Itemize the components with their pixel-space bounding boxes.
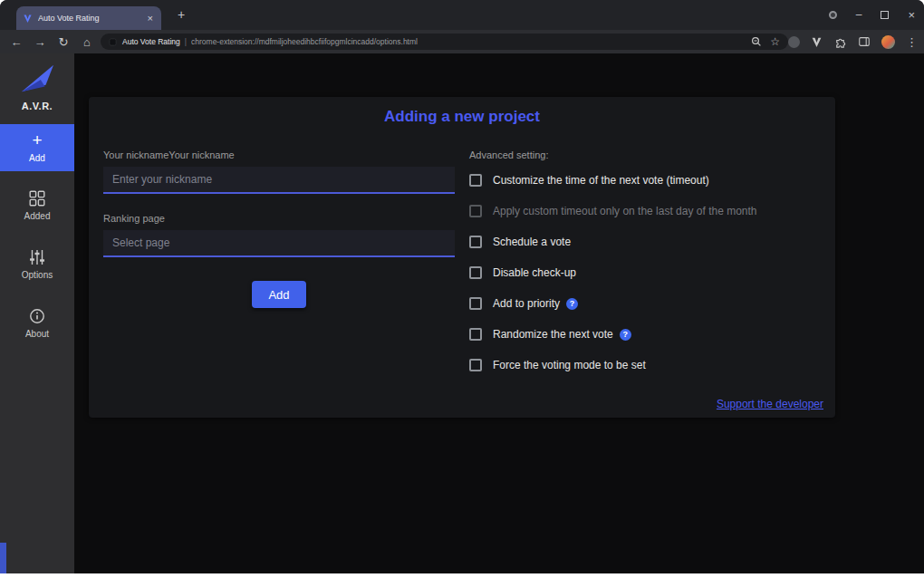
profile-avatar[interactable]	[881, 35, 895, 49]
ranking-page-input[interactable]	[103, 230, 455, 257]
option-row-disable-checkup: Disable check-up	[469, 266, 821, 279]
sidebar-item-label: Options	[22, 270, 53, 280]
priority-help-icon[interactable]: ?	[566, 298, 578, 310]
ranking-page-label: Ranking page	[103, 213, 455, 224]
support-developer-link[interactable]: Support the developer	[717, 398, 823, 410]
avr-logo-icon	[16, 62, 58, 96]
advanced-heading: Advanced setting:	[469, 149, 821, 160]
add-project-card: Adding a new project Your nicknameYour n…	[89, 97, 835, 418]
nickname-label: Your nicknameYour nickname	[103, 149, 455, 160]
logo-text: A.V.R.	[22, 101, 53, 111]
new-tab-button[interactable]: +	[174, 7, 188, 22]
option-label: Disable check-up	[493, 266, 576, 279]
back-icon[interactable]: ←	[10, 35, 23, 49]
option-label: Schedule a vote	[493, 236, 571, 248]
avr-favicon-icon	[23, 14, 33, 24]
tab-title: Auto Vote Rating	[38, 14, 146, 23]
randomize-checkbox[interactable]	[469, 328, 482, 341]
form-columns: Your nicknameYour nickname Ranking page …	[89, 139, 835, 371]
avr-toolbar-icon[interactable]	[811, 36, 823, 48]
info-icon	[29, 308, 45, 324]
side-panel-icon[interactable]	[858, 35, 871, 48]
last-day-checkbox[interactable]	[469, 205, 482, 217]
add-icon: +	[32, 132, 42, 149]
tab-close-icon[interactable]: ×	[146, 13, 155, 24]
sliders-icon	[29, 249, 45, 265]
sidebar-item-label: Add	[29, 153, 45, 163]
bookmark-star-icon[interactable]: ☆	[770, 35, 780, 48]
reload-icon[interactable]: ↻	[57, 35, 70, 49]
option-label: Randomize the next vote	[493, 328, 613, 341]
project-form: Your nicknameYour nickname Ranking page …	[103, 139, 455, 371]
sidebar-item-about[interactable]: About	[0, 298, 74, 348]
page-title: Adding a new project	[89, 108, 835, 126]
timeout-checkbox[interactable]	[469, 174, 482, 187]
extension-page-icon	[109, 38, 117, 46]
option-row-schedule: Schedule a vote	[469, 236, 821, 248]
schedule-checkbox[interactable]	[469, 236, 482, 248]
browser-menu-icon[interactable]: ⋮	[906, 35, 918, 49]
sidebar-item-options[interactable]: Options	[0, 239, 74, 289]
sidebar: A.V.R. + Add Added	[0, 53, 74, 573]
extension-badge-icon[interactable]	[788, 36, 800, 48]
nickname-input[interactable]	[103, 167, 455, 194]
toolbar-right: ⋮	[788, 35, 924, 49]
corner-accent-bar	[0, 543, 6, 573]
sidebar-item-label: About	[25, 329, 49, 339]
option-row-force-mode: Force the voting mode to be set	[469, 359, 821, 371]
extension-name-text: Auto Vote Rating	[122, 37, 180, 46]
sidebar-item-added[interactable]: Added	[0, 180, 74, 230]
force-mode-checkbox[interactable]	[469, 359, 482, 371]
option-row-last-day: Apply custom timeout only on the last da…	[469, 205, 821, 217]
option-label: Add to priority	[493, 297, 560, 310]
browser-toolbar: ← → ↻ ⌂ Auto Vote Rating | chrome-extens…	[0, 30, 924, 53]
minimize-button[interactable]: –	[856, 8, 862, 21]
status-circle-icon[interactable]	[829, 11, 837, 19]
address-bar[interactable]: Auto Vote Rating | chrome-extension://md…	[101, 34, 788, 50]
randomize-help-icon[interactable]: ?	[620, 329, 631, 341]
home-icon[interactable]: ⌂	[81, 35, 93, 49]
extension-page: A.V.R. + Add Added	[0, 53, 924, 573]
extensions-puzzle-icon[interactable]	[833, 35, 847, 49]
browser-window: Auto Vote Rating × + – × ← → ↻ ⌂ Auto Vo…	[0, 0, 924, 573]
option-label: Customize the time of the next vote (tim…	[493, 174, 709, 187]
window-controls: – ×	[829, 0, 915, 29]
zoom-icon[interactable]	[751, 36, 762, 47]
forward-icon[interactable]: →	[34, 35, 46, 49]
option-label: Apply custom timeout only on the last da…	[493, 205, 757, 217]
option-row-timeout: Customize the time of the next vote (tim…	[469, 174, 821, 187]
add-project-button[interactable]: Add	[252, 281, 306, 308]
option-row-priority: Add to priority ?	[469, 297, 821, 310]
close-window-button[interactable]: ×	[908, 8, 915, 22]
main-area: Adding a new project Your nicknameYour n…	[74, 53, 924, 573]
browser-tab[interactable]: Auto Vote Rating ×	[16, 6, 161, 30]
option-row-randomize: Randomize the next vote ?	[469, 328, 821, 341]
maximize-button[interactable]	[881, 11, 889, 19]
advanced-settings: Advanced setting: Customize the time of …	[469, 139, 821, 371]
nav-icons: ← → ↻ ⌂	[0, 35, 93, 49]
sidebar-item-add[interactable]: + Add	[0, 124, 74, 171]
option-label: Force the voting mode to be set	[493, 359, 646, 371]
omnibox-actions: ☆	[751, 35, 780, 48]
grid-icon	[29, 190, 45, 207]
url-separator: |	[185, 37, 187, 46]
url-text: chrome-extension://mdfmiljoheedihbcfiifo…	[191, 37, 746, 46]
tab-strip: Auto Vote Rating × + – ×	[0, 0, 924, 30]
priority-checkbox[interactable]	[469, 297, 482, 310]
sidebar-item-label: Added	[24, 211, 51, 221]
disable-checkup-checkbox[interactable]	[469, 266, 482, 279]
